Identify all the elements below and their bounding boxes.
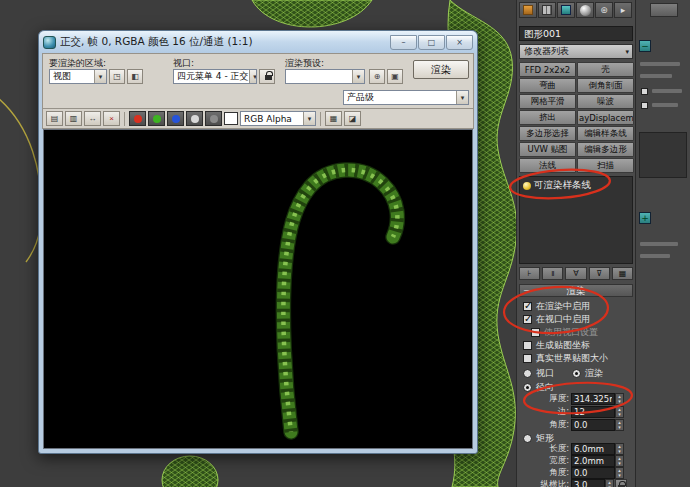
environment-button[interactable]: ▣: [387, 69, 403, 84]
modifier-button-noise[interactable]: 噪波: [577, 94, 634, 109]
graphite-tools-icon[interactable]: [519, 2, 537, 18]
fragment-checkbox[interactable]: [641, 88, 648, 95]
wireframe-rope-bottom[interactable]: [162, 456, 218, 487]
modifier-button-normal[interactable]: 法线: [519, 158, 576, 173]
make-unique-button[interactable]: ∀: [565, 267, 586, 280]
thickness-label: 厚度:: [527, 393, 569, 405]
modifier-list-dropdown[interactable]: 修改器列表 ▾: [519, 44, 633, 59]
modifier-button-poly-select[interactable]: 多边形选择: [519, 126, 576, 141]
area-to-render-value: 视图: [53, 70, 71, 83]
rect-angle-spinner[interactable]: ▴▾: [615, 467, 624, 479]
sides-spinner[interactable]: ▴▾: [615, 406, 624, 418]
production-mode-dropdown[interactable]: 产品级 ▾: [343, 90, 469, 105]
background-color-swatch[interactable]: [224, 112, 238, 125]
width-spinner[interactable]: ▴▾: [615, 455, 624, 467]
maximize-button[interactable]: □: [418, 35, 445, 50]
area-to-render-dropdown[interactable]: 视图 ▾: [49, 69, 107, 84]
layers-button[interactable]: ▦: [325, 111, 342, 126]
modifier-button-ffd[interactable]: FFD 2x2x2: [519, 62, 576, 77]
checkbox-label: 生成贴图坐标: [536, 339, 590, 352]
modifier-button-edit-poly[interactable]: 编辑多边形: [577, 142, 634, 157]
aspect-label: 纵横比:: [527, 479, 569, 487]
fragment-checkbox[interactable]: [641, 102, 648, 109]
render-setup-button[interactable]: ⊕: [369, 69, 385, 84]
sides-input[interactable]: [571, 406, 615, 418]
rect-angle-input[interactable]: [571, 467, 615, 479]
red-channel-button[interactable]: [129, 111, 146, 126]
length-spinner[interactable]: ▴▾: [615, 443, 624, 455]
render-setup-icon[interactable]: ⊛: [595, 2, 613, 18]
blue-channel-icon: [172, 115, 180, 123]
thickness-input[interactable]: [571, 393, 615, 405]
compare-button[interactable]: ◪: [344, 111, 361, 126]
use-viewport-settings-checkbox[interactable]: [531, 328, 540, 337]
thickness-spinner[interactable]: ▴▾: [615, 393, 624, 405]
modifier-button-bevel-profile[interactable]: 倒角剖面: [577, 78, 634, 93]
modifier-button-bend[interactable]: 弯曲: [519, 78, 576, 93]
viewport-dropdown[interactable]: 四元菜单 4 - 正交 ▾: [173, 69, 257, 84]
render-button[interactable]: 渲染: [413, 60, 469, 79]
blue-channel-button[interactable]: [167, 111, 184, 126]
stack-item-renderable-spline[interactable]: 可渲染样条线: [520, 177, 632, 194]
modifier-button-uvw-map[interactable]: UVW 贴图: [519, 142, 576, 157]
generate-mapping-coords-checkbox[interactable]: [523, 341, 532, 350]
text-fragment: [652, 89, 682, 93]
strip-button[interactable]: [650, 3, 678, 17]
rectangular-radio[interactable]: [523, 434, 532, 443]
close-button[interactable]: ×: [446, 35, 473, 50]
wireframe-rope-top[interactable]: [252, 0, 372, 27]
minimize-button[interactable]: –: [390, 35, 417, 50]
enable-in-renderer-checkbox[interactable]: [523, 302, 532, 311]
channel-display-value: RGB Alpha: [244, 114, 292, 124]
expand-box[interactable]: +: [639, 212, 651, 224]
channel-display-dropdown[interactable]: RGB Alpha ▾: [240, 111, 316, 126]
render-preset-dropdown[interactable]: ▾: [285, 69, 365, 84]
save-image-button[interactable]: ▤: [46, 111, 63, 126]
angle-spinner[interactable]: ▴▾: [615, 419, 624, 431]
lock-viewport-button[interactable]: [259, 69, 275, 84]
width-input[interactable]: [571, 455, 615, 467]
show-end-result-button[interactable]: ‖: [542, 267, 563, 280]
real-world-map-size-checkbox[interactable]: [523, 354, 532, 363]
rendering-rollout-header[interactable]: − 渲染: [519, 284, 633, 297]
titlebar[interactable]: 正交, 帧 0, RGBA 颜色 16 位/通道 (1:1) – □ ×: [39, 31, 477, 53]
radial-radio[interactable]: [523, 383, 532, 392]
aspect-spinner[interactable]: ▴▾: [605, 479, 614, 487]
configure-modifier-sets-button[interactable]: ▦: [612, 267, 633, 280]
object-name-field[interactable]: 图形001: [519, 26, 633, 41]
length-input[interactable]: [571, 443, 615, 455]
pin-stack-button[interactable]: ⊦: [519, 267, 540, 280]
collapse-box[interactable]: −: [639, 40, 651, 52]
modifier-button-edit-spline[interactable]: 编辑样条线: [577, 126, 634, 141]
schematic-view-icon[interactable]: [557, 2, 575, 18]
edit-region-button[interactable]: ◳: [109, 69, 125, 84]
modifier-button-extrude[interactable]: 挤出: [519, 110, 576, 125]
lightbulb-icon[interactable]: [523, 182, 531, 190]
sides-row: 边: ▴▾: [527, 406, 643, 418]
copy-image-button[interactable]: ▥: [65, 111, 82, 126]
alpha-channel-button[interactable]: [186, 111, 203, 126]
modifier-button-displacement[interactable]: ayDisplacement: [577, 110, 634, 125]
enable-in-viewport-checkbox[interactable]: [523, 315, 532, 324]
spline-curve[interactable]: [0, 98, 41, 262]
monochrome-button[interactable]: [205, 111, 222, 126]
viewport-radio[interactable]: [523, 369, 532, 378]
chevron-down-icon: ▾: [94, 70, 106, 83]
modifier-stack[interactable]: 可渲染样条线: [519, 176, 633, 264]
renderer-radio[interactable]: [572, 369, 581, 378]
render-frame-icon[interactable]: ▸: [614, 2, 632, 18]
modifier-button-meshsmooth[interactable]: 网格平滑: [519, 94, 576, 109]
modifier-button-shell[interactable]: 壳: [577, 62, 634, 77]
layer-manager-icon[interactable]: [538, 2, 556, 18]
modifier-button-sweep[interactable]: 扫描: [577, 158, 634, 173]
material-editor-icon[interactable]: [576, 2, 594, 18]
angle-input[interactable]: [571, 419, 615, 431]
clear-button[interactable]: ×: [103, 111, 120, 126]
auto-region-button[interactable]: ◧: [127, 69, 143, 84]
clone-window-button[interactable]: ↔: [84, 111, 101, 126]
green-channel-button[interactable]: [148, 111, 165, 126]
aspect-input[interactable]: [571, 479, 605, 487]
lock-aspect-button[interactable]: [615, 479, 627, 487]
remove-modifier-button[interactable]: ⊽: [589, 267, 610, 280]
rect-angle-label: 角度:: [527, 467, 569, 479]
